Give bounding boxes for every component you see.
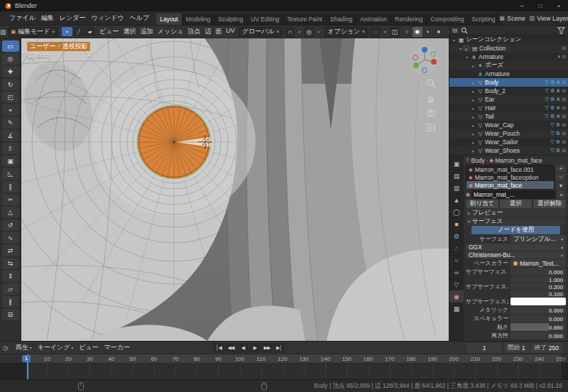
properties-tab-material[interactable]: ◉ — [449, 290, 464, 303]
scene-selector[interactable]: ▦ Scene — [500, 15, 525, 22]
tool-rotate[interactable]: ↻ — [2, 79, 19, 90]
filter-icon[interactable] — [557, 27, 565, 34]
viewport-menu-vertex[interactable]: 頂点 — [185, 26, 202, 38]
transport-play[interactable]: ▶ — [249, 343, 261, 353]
gizmo-z-axis[interactable] — [422, 47, 427, 53]
timeline-menu-keying[interactable]: キーイング ▾ — [35, 342, 77, 354]
tool-rip-edge[interactable]: ⊟ — [2, 309, 19, 320]
expander-icon[interactable]: ▾ — [464, 55, 470, 60]
tool-cursor[interactable]: ◎ — [2, 53, 19, 65]
transport-jump-to-start[interactable]: │◀ — [213, 343, 224, 353]
viewport-menu-select[interactable]: 選択 — [121, 26, 138, 38]
outliner-row-wear-sailor[interactable]: ▸▽Wear_Sailor▽⚙⊙ — [449, 138, 568, 146]
shading-solid[interactable]: ◉ — [413, 27, 422, 37]
snap-dropdown[interactable]: ▾ — [296, 27, 302, 37]
close-button[interactable]: × — [550, 0, 568, 11]
frame-end-field[interactable]: 終了 250 — [531, 343, 562, 353]
outliner-row-armature-data[interactable]: ⋔Armature — [449, 70, 568, 78]
material-slot-slot-2[interactable]: ◉Marron_mat_faceoption — [466, 173, 554, 181]
menu-edit[interactable]: 編集 — [38, 12, 57, 24]
tab-rendering[interactable]: Rendering — [391, 13, 427, 26]
param-slider-subsurface[interactable]: 0.000 — [510, 268, 566, 276]
eye-icon[interactable]: ⊙ — [562, 114, 566, 119]
material-slot-slot-1[interactable]: ◉Marron_mat_face.001 — [466, 165, 554, 173]
editor-type-icon-3d-viewport[interactable]: ▧ — [0, 28, 6, 36]
timeline-menu-playback[interactable]: 再生 ▾ — [13, 342, 35, 354]
search-icon[interactable] — [461, 27, 468, 34]
tab-scripting[interactable]: Scripting — [468, 13, 499, 26]
tab-shading[interactable]: Shading — [327, 13, 356, 26]
playhead-frame-tag[interactable]: 1 — [22, 355, 31, 362]
tool-rip-region[interactable]: ∦ — [2, 296, 19, 307]
preview-panel-header[interactable]: ▸ プレビュー — [466, 209, 566, 217]
color-swatch-subsurface-color[interactable] — [510, 298, 566, 305]
eye-icon[interactable]: ⊙ — [562, 122, 566, 128]
shading-material-preview[interactable]: ◐ — [423, 27, 433, 37]
snap-magnet-toggle[interactable]: ∩ — [285, 27, 295, 37]
surface-panel-header[interactable]: ▾ サーフェス — [466, 217, 566, 225]
menu-file[interactable]: ファイル — [6, 12, 38, 24]
expander-icon[interactable]: ▸ — [470, 63, 476, 68]
proportional-editing-toggle[interactable]: ◎ — [304, 27, 314, 37]
viewport-menu-edge[interactable]: 辺 — [202, 26, 213, 38]
tool-move[interactable]: ✚ — [2, 66, 19, 77]
tool-annotate[interactable]: ✎ — [2, 117, 19, 129]
outliner-row-scene-collection[interactable]: ▾▦シーンコレクション — [449, 36, 568, 44]
outliner-row-body[interactable]: ▸▽Body▽⚙⋔⊙ — [449, 78, 568, 87]
properties-tab-output[interactable]: ▤ — [449, 170, 464, 182]
eye-icon[interactable]: ⊙ — [562, 139, 566, 145]
menu-help[interactable]: ヘルプ — [127, 12, 153, 24]
tool-extrude-region[interactable]: ⇧ — [2, 143, 19, 154]
tool-edge-slide[interactable]: ⇄ — [2, 245, 19, 256]
select-button[interactable]: 選択 — [500, 200, 532, 208]
frame-start-field[interactable]: 開始 1 — [504, 343, 529, 353]
viewport-menu-mesh[interactable]: メッシュ — [155, 26, 186, 38]
timeline-track[interactable] — [0, 364, 568, 380]
expander-icon[interactable]: ▸ — [470, 123, 476, 128]
eye-icon[interactable]: ⊙ — [562, 80, 566, 85]
properties-tab-modifiers[interactable]: ⚙ — [449, 230, 464, 242]
viewport-menu-add[interactable]: 追加 — [138, 26, 155, 38]
eye-icon[interactable]: ⊙ — [562, 97, 566, 102]
properties-tab-texture[interactable]: ▦ — [449, 303, 464, 315]
outliner-row-body-2[interactable]: ▸▽Body_2▽⚙⋔⊙ — [449, 87, 568, 95]
xray-toggle[interactable]: ◫ — [390, 27, 400, 37]
properties-tab-scene[interactable]: ▲ — [449, 194, 464, 206]
outliner-row-collection[interactable]: ▾✓▤Collection⊙ — [449, 44, 568, 53]
tab-uv-editing[interactable]: UV Editing — [247, 13, 283, 26]
breadcrumb-material[interactable]: Marron_mat_face — [495, 157, 542, 164]
properties-tab-physics[interactable]: ≈ — [449, 254, 464, 266]
outliner-row-tail[interactable]: ▸▽Tail▽⚙⋔⊙ — [449, 112, 568, 121]
orientation-dropdown[interactable]: グローバル ▾ — [239, 27, 283, 37]
properties-tab-world[interactable]: ◯ — [449, 206, 464, 218]
material-specials-button[interactable]: ▾ — [556, 182, 566, 190]
param-slider-subsurface-radius[interactable]: 0.200 — [510, 283, 566, 290]
param-slider-subsurface-radius[interactable]: 1.000 — [510, 276, 566, 283]
subsurface-method-dropdown[interactable]: Christensen-Bu... ▾ — [466, 251, 566, 258]
properties-tab-object-data[interactable]: ▽ — [449, 278, 464, 290]
outliner-row-hair[interactable]: ▸▽Hair▽⚙⋔⊙ — [449, 104, 568, 112]
tool-spin[interactable]: ↺ — [2, 219, 19, 231]
outliner-row-wear-shoes[interactable]: ▸▽Wear_Shoes▽⚙⊙ — [449, 146, 568, 155]
tab-sculpting[interactable]: Sculpting — [214, 13, 247, 26]
tab-layout[interactable]: Layout — [156, 13, 182, 26]
tool-loop-cut[interactable]: ∥ — [2, 181, 19, 192]
expander-icon[interactable]: ▸ — [470, 114, 476, 119]
remove-material-slot-button[interactable]: − — [556, 173, 566, 181]
outliner-row-ear[interactable]: ▸▽Ear▽⚙⋔⊙ — [449, 95, 568, 104]
gizmo-x-axis[interactable] — [431, 59, 437, 65]
menu-window[interactable]: ウィンドウ — [88, 12, 126, 24]
viewport-menu-face[interactable]: 面 — [213, 26, 224, 38]
transport-jump-next-keyframe[interactable]: ▶▶ — [261, 343, 273, 353]
properties-tab-view-layer[interactable]: ▥ — [449, 182, 464, 194]
viewport-menu-view[interactable]: ビュー — [97, 26, 121, 38]
expander-icon[interactable]: ▸ — [470, 106, 476, 111]
expander-icon[interactable]: ▸ — [470, 89, 476, 94]
transport-jump-prev-keyframe[interactable]: ◀◀ — [225, 343, 236, 353]
material-slot-slot-3[interactable]: ◉Marron_mat_face — [466, 181, 554, 189]
current-frame-field[interactable]: 1 — [466, 343, 502, 353]
maximize-button[interactable]: □ — [531, 0, 550, 11]
proportional-falloff-dropdown[interactable]: ▾ — [315, 27, 322, 37]
base-color-input[interactable]: Marron_Text... — [510, 259, 566, 267]
collection-checkbox[interactable]: ✓ — [464, 45, 469, 51]
